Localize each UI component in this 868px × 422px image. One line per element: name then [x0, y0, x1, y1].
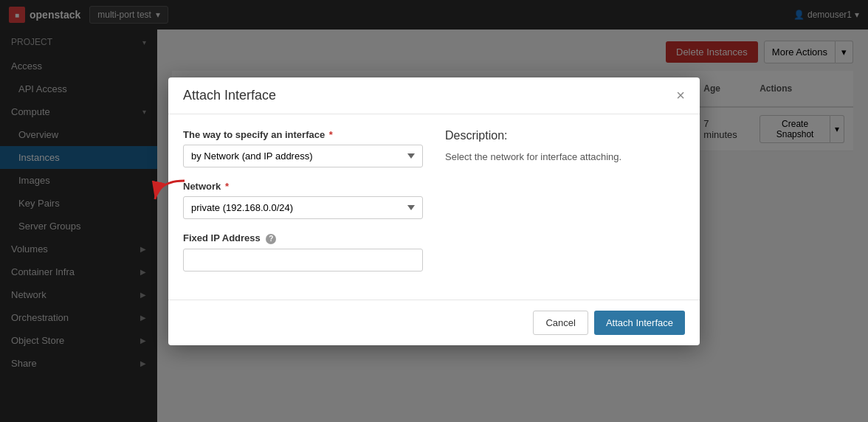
modal-close-button[interactable]: ×: [676, 88, 685, 103]
modal-body: The way to specify an interface * by Net…: [168, 114, 700, 300]
network-required: *: [225, 181, 229, 192]
fixed-ip-input[interactable]: [183, 249, 423, 271]
help-icon[interactable]: ?: [266, 234, 276, 244]
modal-overlay[interactable]: Attach Interface × The way to specify an…: [0, 0, 868, 422]
attach-interface-modal: Attach Interface × The way to specify an…: [168, 77, 700, 345]
modal-form: The way to specify an interface * by Net…: [183, 129, 423, 285]
description-text: Select the network for interface attachi…: [445, 150, 685, 165]
modal-header: Attach Interface ×: [168, 77, 700, 114]
specify-interface-group: The way to specify an interface * by Net…: [183, 129, 423, 167]
network-label: Network *: [183, 181, 423, 192]
specify-label-text: The way to specify an interface: [183, 129, 325, 140]
network-select[interactable]: private (192.168.0.0/24): [183, 196, 423, 219]
description-title: Description:: [445, 129, 685, 142]
modal-footer: Cancel Attach Interface: [168, 300, 700, 345]
arrow-decoration: [144, 177, 188, 209]
specify-label: The way to specify an interface *: [183, 129, 423, 140]
specify-required: *: [329, 129, 333, 140]
specify-interface-select[interactable]: by Network (and IP address) by Port: [183, 145, 423, 167]
fixed-ip-label-text: Fixed IP Address: [183, 232, 261, 243]
fixed-ip-group: Fixed IP Address ?: [183, 232, 423, 271]
modal-title: Attach Interface: [183, 88, 276, 103]
modal-description: Description: Select the network for inte…: [445, 129, 685, 285]
fixed-ip-label: Fixed IP Address ?: [183, 232, 423, 244]
attach-interface-button[interactable]: Attach Interface: [594, 311, 685, 335]
network-group: Network * private (192.168.0.0/24): [183, 181, 423, 219]
network-label-text: Network: [183, 181, 221, 192]
cancel-button[interactable]: Cancel: [533, 311, 588, 335]
